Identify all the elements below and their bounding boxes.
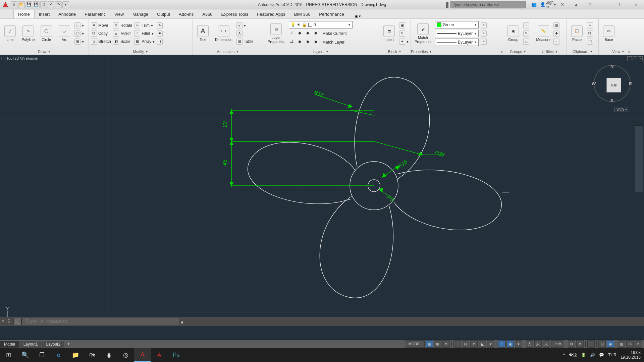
explorer-icon[interactable]: 📁 [67,348,84,362]
search-grip-icon[interactable] [446,2,448,8]
sb-polar-icon[interactable]: ⊙ [462,340,469,348]
chrome-icon[interactable]: ◉ [101,348,117,362]
sb-snap-dd[interactable]: ▾ [442,340,450,348]
tool-copy[interactable]: ⿻Copy [91,30,111,37]
tool-scale[interactable]: ◧Scale [113,38,132,45]
tool-fillet[interactable]: ◜Fillet ▾ [134,30,155,37]
panel-block-label[interactable]: Block▼ [379,48,411,55]
tool-table[interactable]: ▦Table [236,38,254,45]
close-button[interactable]: ✕ [629,0,643,9]
panel-groups-label[interactable]: Groups▼ [503,48,533,55]
sb-osnap-icon[interactable]: ∠ [498,340,505,348]
tool-ellipse[interactable]: ◯▾ [74,30,84,37]
tool-circle[interactable]: ◯Circle [38,25,54,42]
tool-hatch[interactable]: ▦▾ [74,38,84,45]
tool-group-bb[interactable]: ▭ [523,38,529,45]
help-icon[interactable]: ? [584,1,596,8]
tab-manage[interactable]: Manage [128,10,153,18]
tool-paste[interactable]: 📋Paste [569,25,585,42]
sb-clean-icon[interactable]: ▭ [626,340,634,348]
tool-stretch[interactable]: ⇲Stretch [91,38,111,45]
store-icon[interactable]: 🛍 [84,348,101,362]
tool-mtext[interactable]: A [236,30,254,37]
tool-insert[interactable]: ⬒Insert [381,25,397,42]
tab-insert[interactable]: Insert [35,10,54,18]
tool-polyline[interactable]: ∿Polyline [20,25,36,42]
sb-model[interactable]: MODEL [406,340,425,348]
sb-units-icon[interactable]: ⊡ [598,340,606,348]
acrobat-icon[interactable]: A [151,348,168,362]
panel-annotation-label[interactable]: Annotation▼ [193,48,263,55]
lineweight-dropdown[interactable]: ByLayer▼ [435,39,479,46]
drawing-canvas[interactable]: [–][Top][2D Wireframe] – ▫ × N S E W TOP… [0,55,644,339]
sb-3dosnap-dd[interactable]: ▾ [515,340,522,348]
wifi-icon[interactable]: �径 [569,352,577,358]
ribbon-extra-icon[interactable]: ▣ ▾ [355,14,361,18]
tool-line[interactable]: ╱Line [2,25,18,42]
sb-scale[interactable]: 1:1 ▾ [551,340,564,348]
tab-output[interactable]: Output [153,10,174,18]
tool-array[interactable]: ▦Array ▾ [134,38,155,45]
sb-3dosnap-icon[interactable]: ▣ [506,340,514,348]
sb-polar-dd[interactable]: ▾ [470,340,478,348]
tool-edit-attr[interactable]: ✦▾ [399,38,409,45]
tool-leader[interactable]: ↙▾ [236,22,254,29]
tool-point[interactable]: · [553,38,559,45]
tab-annotate[interactable]: Annotate [54,10,80,18]
sb-iso-icon[interactable]: ◣ [479,340,486,348]
tab-parametric[interactable]: Parametric [80,10,110,18]
command-input[interactable] [21,318,179,325]
qat-print-icon[interactable]: 🖨 [40,1,47,8]
tool-mirror[interactable]: ▲Mirror [113,30,132,37]
tray-chevron-icon[interactable]: ^ [563,353,565,357]
volume-icon[interactable]: 🔊 [590,353,595,357]
tool-base[interactable]: ▭Base [601,25,617,42]
sb-iso-dd[interactable]: ▾ [487,340,494,348]
tool-group-edit[interactable]: ✎ [523,30,529,37]
panel-clipboard-label[interactable]: Clipboard▼ [567,48,598,55]
linetype-dropdown[interactable]: ByLayer▼ [435,30,479,37]
sb-grid-icon[interactable]: ▦ [426,340,433,348]
tool-offset[interactable]: ⇉ [157,38,163,45]
app-store-icon[interactable]: ▲ [570,1,582,8]
tool-match-layer[interactable]: ⇄◆◆◆Match Layer [289,39,353,46]
cmd-handle-icon[interactable]: ⠿ [6,319,12,324]
tool-layer-properties[interactable]: ▤Layer Properties [265,23,287,44]
task-view-icon[interactable]: ❐ [34,348,50,362]
tool-make-current[interactable]: ✓◆◆◆Make Current [289,30,353,37]
tool-match-properties[interactable]: 🖌Match Properties [413,23,433,44]
tab-bim360[interactable]: BIM 360 [290,10,315,18]
layout-1[interactable]: Layout1 [19,341,42,348]
start-button[interactable]: ⊞ [0,348,17,362]
tool-create-block[interactable]: ▣ [399,22,409,29]
cmd-close-icon[interactable]: × [0,319,6,324]
tool-text[interactable]: AText [195,25,211,42]
panel-view-label[interactable]: View▼↘ [599,48,644,55]
sb-iso-view-icon[interactable]: ▥ [618,340,625,348]
layer-dropdown[interactable]: 💡 ☀ 🔓 0 ▼ [289,21,353,28]
tool-cut[interactable]: ✂ [587,22,593,29]
action-center-icon[interactable]: 💬 [599,353,604,357]
panel-properties-label[interactable]: Properties▼↘ [411,48,503,55]
qat-new-icon[interactable]: 🗎 [11,1,17,8]
sb-snap-icon[interactable]: ⊞ [434,340,441,348]
tab-view[interactable]: View [110,10,128,18]
sb-trans-icon[interactable]: 人 [534,340,542,348]
tab-express[interactable]: Express Tools [217,10,253,18]
qat-saveas-icon[interactable]: 💾 [33,1,40,8]
cmd-prompt-icon[interactable]: >_ [13,318,21,325]
app-icon[interactable] [1,1,9,9]
sb-hw-icon[interactable]: ◉ [607,340,614,348]
sb-plus-icon[interactable]: + [587,340,595,348]
cmd-history-icon[interactable]: ▴ [179,318,185,325]
qat-open-icon[interactable]: 📂 [18,1,25,8]
help-search[interactable]: Type a keyword or phrase [450,1,526,8]
qat-dropdown-icon[interactable]: ▾ [62,1,69,8]
sb-custom-icon[interactable]: ≡ [635,340,642,348]
tool-arc[interactable]: ◡Arc [56,25,72,42]
autocad-taskbar-icon[interactable]: A [134,348,151,362]
exchange-icon[interactable]: ✕ [556,1,568,8]
lang-indicator[interactable]: TUR [608,353,616,357]
sb-gear-icon[interactable]: ⚙ [568,340,575,348]
qat-save-icon[interactable]: 💾 [25,1,32,8]
